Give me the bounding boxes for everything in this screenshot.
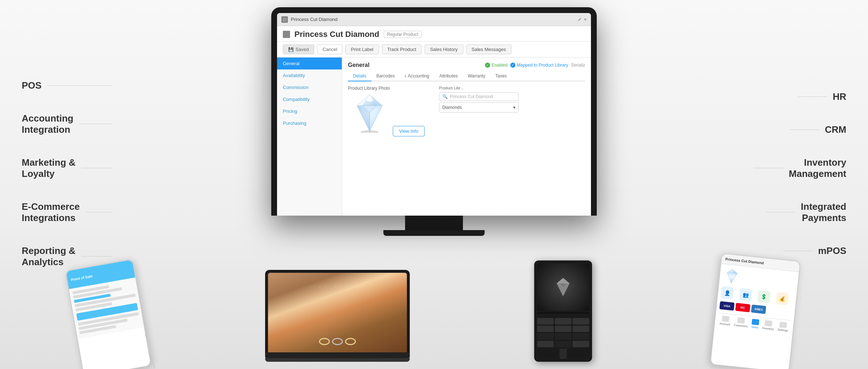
- payments-line: [766, 212, 795, 212]
- sales-messages-button[interactable]: Sales Messages: [466, 44, 511, 54]
- product-title: Princess Cut Diamond: [294, 30, 379, 39]
- sales-history-button[interactable]: Sales History: [425, 44, 463, 54]
- mpos-icon-cash[interactable]: 💰: [775, 292, 789, 305]
- mpos-icon-dollar[interactable]: 💲: [757, 290, 771, 303]
- content-header: Princess Cut Diamond Regular Product: [277, 26, 591, 42]
- photo-label: Product Library Photo: [348, 86, 425, 91]
- search-icon: 🔍: [442, 94, 448, 99]
- pos-key-11[interactable]: [555, 341, 571, 347]
- pos-key-12[interactable]: [573, 341, 589, 347]
- expand-button[interactable]: ⤢: [578, 17, 582, 22]
- marketing-line: [81, 168, 112, 168]
- pos-keypad: [537, 318, 589, 347]
- diamond-image: [348, 93, 391, 133]
- tab-warranty[interactable]: Warranty: [463, 71, 490, 81]
- reporting-label: Reporting &Analytics: [22, 245, 76, 268]
- ring-3: [345, 338, 356, 345]
- mastercard: MC: [735, 303, 750, 312]
- mpos-nav-inventory[interactable]: Inventory: [762, 320, 775, 331]
- pos-line: [47, 85, 112, 86]
- info-icon: ℹ: [405, 74, 406, 78]
- product-library-section: Product Libr... 🔍 Princess Cut Diamond D…: [439, 86, 519, 136]
- visa-card: VISA: [719, 301, 735, 311]
- print-label-button[interactable]: Print Label: [345, 44, 379, 54]
- svg-point-8: [361, 130, 379, 133]
- pos-terminal: [534, 260, 592, 362]
- pos-key-2[interactable]: [555, 318, 571, 325]
- tab-accounting[interactable]: ℹ Accounting: [400, 71, 434, 81]
- product-icon: [283, 31, 290, 38]
- chevron-down-icon: ▾: [513, 105, 515, 110]
- payments-label: IntegratedPayments: [801, 201, 846, 224]
- pos-key-9[interactable]: [573, 333, 589, 340]
- sales-icon: [752, 319, 760, 325]
- pos-key-3[interactable]: [573, 318, 589, 325]
- saved-button[interactable]: 💾 Saved: [283, 44, 314, 54]
- ecommerce-line: [85, 212, 112, 212]
- pos-screen-content: [537, 263, 589, 311]
- title-bar: ◻ Princess Cut Diamond ⤢ ×: [277, 13, 591, 26]
- left-label-pos: POS: [22, 80, 112, 91]
- monitor-wrapper: ◻ Princess Cut Diamond ⤢ × Princess Cut …: [271, 7, 597, 236]
- app-window: ◻ Princess Cut Diamond ⤢ × Princess Cut …: [277, 13, 591, 216]
- mpos-nav-customers[interactable]: Customers: [733, 317, 748, 328]
- pos-key-7[interactable]: [537, 333, 554, 340]
- left-label-ecommerce: E-CommerceIntegrations: [22, 201, 112, 224]
- inventory-label: InventoryManagement: [789, 157, 846, 179]
- pos-diamond-icon: [552, 277, 574, 297]
- left-nav: General Availability Commission Compatib…: [277, 58, 342, 216]
- tab-taxes[interactable]: Taxes: [490, 71, 512, 81]
- inventory-line: [754, 168, 783, 168]
- status-mapped: ✓ Mapped to Product Library: [510, 63, 568, 68]
- mpos-wrapper: Princess Cut Diamond 👤 👥 💲 💰: [713, 251, 798, 367]
- customers-icon: [737, 317, 745, 324]
- pos-key-8[interactable]: [555, 333, 571, 340]
- pos-handle: [559, 349, 567, 359]
- pos-key-4[interactable]: [537, 326, 554, 332]
- mpos-icon-person2[interactable]: 👥: [739, 288, 752, 301]
- monitor: ◻ Princess Cut Diamond ⤢ × Princess Cut …: [271, 7, 597, 216]
- right-label-payments: IntegratedPayments: [766, 201, 846, 224]
- nav-item-availability[interactable]: Availability: [277, 69, 342, 81]
- close-button[interactable]: ×: [584, 17, 587, 22]
- pos-key-10[interactable]: [537, 341, 554, 347]
- pos-label: POS: [22, 80, 42, 91]
- status-serial: Serializ: [571, 63, 585, 68]
- monitor-screen: ◻ Princess Cut Diamond ⤢ × Princess Cut …: [277, 13, 591, 216]
- left-label-accounting: AccountingIntegration: [22, 113, 112, 135]
- pos-key-6[interactable]: [573, 326, 589, 332]
- inventory-icon: [765, 320, 773, 327]
- mpos-icon-person[interactable]: 👤: [720, 286, 734, 300]
- hr-line: [798, 97, 827, 97]
- pos-key-5[interactable]: [555, 326, 571, 332]
- nav-item-commission[interactable]: Commission: [277, 81, 342, 93]
- mapped-check-icon: ✓: [510, 63, 515, 68]
- cancel-button[interactable]: Cancel: [317, 44, 342, 54]
- account-icon: [722, 315, 729, 322]
- tab-attributes[interactable]: Attributes: [434, 71, 463, 81]
- search-input-wrapper[interactable]: 🔍 Princess Cut Diamond: [439, 92, 519, 101]
- ring-1: [319, 338, 330, 345]
- category-select[interactable]: Diamonds ▾: [439, 102, 519, 113]
- tablet-device: Point of Sale: [65, 259, 152, 369]
- details-content: Product Library Photo: [348, 86, 585, 136]
- tablet-header-text: Point of Sale: [71, 274, 93, 281]
- mpos-nav-settings[interactable]: Settings: [777, 322, 789, 332]
- tab-barcodes[interactable]: Barcodes: [371, 71, 400, 81]
- nav-item-purchasing[interactable]: Purchasing: [277, 117, 342, 129]
- mpos-nav-account[interactable]: Account: [719, 315, 731, 326]
- view-info-button[interactable]: View Info: [393, 126, 424, 136]
- track-product-button[interactable]: Track Product: [382, 44, 422, 54]
- ecommerce-label: E-CommerceIntegrations: [22, 201, 80, 224]
- nav-item-compatibility[interactable]: Compatibility: [277, 93, 342, 105]
- nav-item-pricing[interactable]: Pricing: [277, 105, 342, 117]
- search-placeholder: Princess Cut Diamond: [450, 94, 493, 99]
- right-content: General ✓ Enabled ✓ Mapped to Product Li…: [342, 58, 591, 216]
- mpos-nav-sales[interactable]: Sales: [751, 319, 760, 329]
- nav-item-general[interactable]: General: [277, 58, 342, 69]
- app-icon: ◻: [281, 16, 288, 23]
- product-lib-label: Product Libr...: [439, 86, 519, 90]
- pos-key-1[interactable]: [537, 318, 554, 325]
- crm-line: [790, 130, 819, 130]
- tab-details[interactable]: Details: [348, 71, 371, 81]
